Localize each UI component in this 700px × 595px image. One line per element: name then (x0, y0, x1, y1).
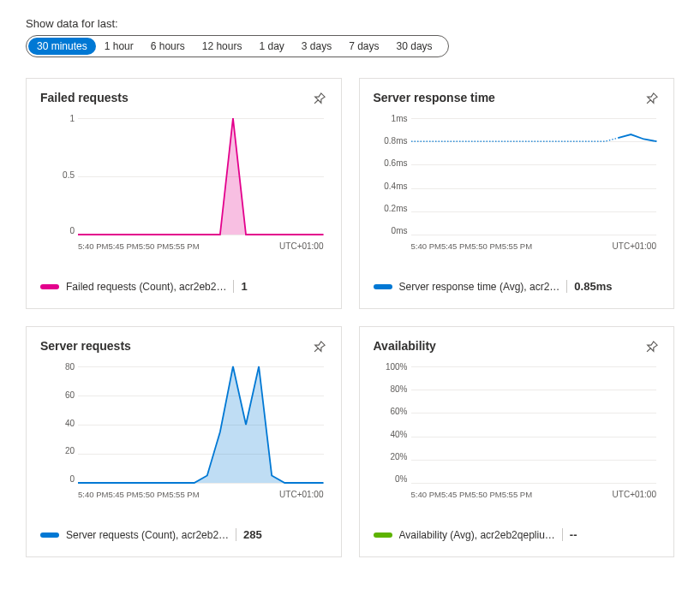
legend: Failed requests (Count), acr2eb2…1 (40, 280, 327, 293)
metric-card: Server requests8060402005:40 PM5:45 PM5:… (26, 326, 342, 557)
pin-icon[interactable] (639, 87, 663, 111)
legend: Availability (Avg), acr2eb2qepliu…-- (374, 528, 661, 541)
legend-value: -- (562, 528, 577, 541)
y-axis-labels: 10.50 (40, 115, 75, 235)
x-axis-labels: 5:40 PM5:45 PM5:50 PM5:55 PMUTC+01:00 (78, 239, 324, 253)
legend: Server requests (Count), acr2eb2…285 (40, 528, 327, 541)
legend-label: Availability (Avg), acr2eb2qepliu… (399, 529, 555, 541)
x-axis-labels: 5:40 PM5:45 PM5:50 PM5:55 PMUTC+01:00 (411, 239, 657, 253)
timezone-label: UTC+01:00 (279, 241, 323, 251)
pin-icon[interactable] (306, 87, 330, 111)
plot-area (78, 366, 324, 484)
time-range-option[interactable]: 30 minutes (28, 38, 96, 55)
time-range-label: Show data for last: (26, 17, 674, 30)
plot-area (78, 118, 324, 235)
legend-value: 0.85ms (566, 280, 612, 293)
timezone-label: UTC+01:00 (279, 490, 323, 499)
plot-area (411, 366, 657, 484)
y-axis-labels: 100%80%60%40%20%0% (374, 363, 408, 484)
legend-value: 1 (233, 280, 247, 293)
metric-card: Failed requests10.505:40 PM5:45 PM5:50 P… (26, 78, 342, 309)
chart-area: 1ms0.8ms0.6ms0.4ms0.2ms0ms5:40 PM5:45 PM… (374, 115, 661, 253)
time-range-option[interactable]: 3 days (293, 38, 340, 55)
legend-label: Server requests (Count), acr2eb2… (66, 529, 229, 541)
card-title: Server response time (374, 91, 495, 104)
pin-icon[interactable] (639, 336, 663, 360)
card-title: Server requests (40, 339, 131, 353)
time-range-option[interactable]: 1 day (250, 38, 292, 55)
card-title: Failed requests (40, 91, 129, 104)
legend: Server response time (Avg), acr2…0.85ms (374, 280, 661, 293)
chart-area: 8060402005:40 PM5:45 PM5:50 PM5:55 PMUTC… (40, 363, 327, 501)
time-range-option[interactable]: 6 hours (142, 38, 194, 55)
time-range-selector[interactable]: 30 minutes1 hour6 hours12 hours1 day3 da… (26, 35, 449, 57)
x-axis-labels: 5:40 PM5:45 PM5:50 PM5:55 PMUTC+01:00 (78, 487, 324, 501)
x-axis-labels: 5:40 PM5:45 PM5:50 PM5:55 PMUTC+01:00 (411, 487, 657, 501)
plot-area (411, 118, 657, 235)
cards-grid: Failed requests10.505:40 PM5:45 PM5:50 P… (26, 78, 674, 557)
time-range-option[interactable]: 12 hours (194, 38, 251, 55)
legend-swatch (374, 284, 392, 289)
legend-label: Failed requests (Count), acr2eb2… (66, 281, 226, 293)
y-axis-labels: 806040200 (40, 363, 75, 484)
card-title: Availability (374, 339, 436, 353)
chart-area: 100%80%60%40%20%0%5:40 PM5:45 PM5:50 PM5… (374, 363, 661, 501)
metric-card: Server response time1ms0.8ms0.6ms0.4ms0.… (359, 78, 675, 309)
timezone-label: UTC+01:00 (613, 241, 656, 251)
timezone-label: UTC+01:00 (613, 490, 656, 499)
time-range-option[interactable]: 7 days (340, 38, 387, 55)
metric-card: Availability100%80%60%40%20%0%5:40 PM5:4… (359, 326, 675, 557)
legend-label: Server response time (Avg), acr2… (399, 281, 560, 293)
time-range-option[interactable]: 30 days (388, 38, 441, 55)
chart-area: 10.505:40 PM5:45 PM5:50 PM5:55 PMUTC+01:… (40, 115, 327, 253)
legend-swatch (40, 533, 59, 538)
legend-value: 285 (236, 528, 262, 541)
time-range-option[interactable]: 1 hour (96, 38, 142, 55)
legend-swatch (374, 533, 392, 538)
legend-swatch (40, 284, 59, 289)
y-axis-labels: 1ms0.8ms0.6ms0.4ms0.2ms0ms (374, 115, 408, 235)
pin-icon[interactable] (306, 336, 330, 360)
